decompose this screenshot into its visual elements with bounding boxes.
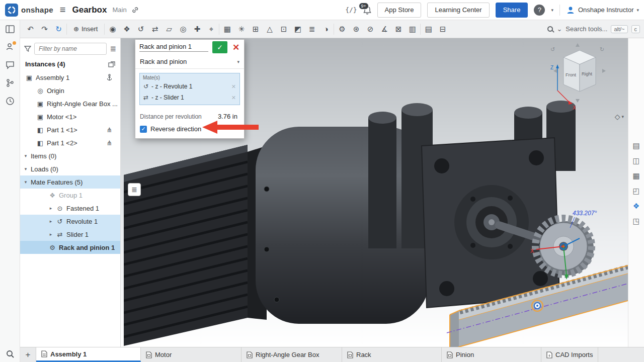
learning-center-button[interactable]: Learning Center (427, 3, 489, 18)
replicate-tool-icon[interactable]: ⊞ (249, 23, 262, 36)
undo-icon[interactable]: ↶ (24, 23, 37, 36)
display-states-tool-icon[interactable]: ◩ (291, 23, 304, 36)
distance-per-revolution-input[interactable]: 3.76 in (216, 112, 239, 121)
reverse-direction-checkbox[interactable]: ✓ (140, 126, 147, 133)
motor-fin-block[interactable] (124, 145, 248, 346)
sheet-metal-tool-icon[interactable]: ▤ (422, 23, 435, 36)
share-link-icon[interactable] (131, 6, 139, 14)
notifications-bell-icon[interactable]: 9+ (363, 6, 371, 15)
screw-relation-tool-icon[interactable]: ⊘ (364, 23, 376, 36)
onshape-logo[interactable]: onshape (5, 4, 53, 17)
gear-relation-tool-icon[interactable]: ⚙ (336, 23, 348, 36)
mate-type-dropdown[interactable]: Rack and pinion ▾ (135, 55, 244, 69)
history-icon[interactable] (6, 97, 15, 106)
display-mode-button[interactable]: ◇ ▾ (615, 113, 624, 121)
tree-item-group1[interactable]: ❖ Group 1 (20, 189, 120, 202)
chevron-down-icon[interactable]: ▾ (23, 166, 28, 171)
insert-button[interactable]: ⊕ Insert (68, 23, 103, 36)
document-panels-icon[interactable] (6, 25, 15, 33)
linear-pattern-tool-icon[interactable]: ▦ (221, 23, 233, 36)
tab-rack[interactable]: Rack (342, 347, 442, 362)
comments-icon[interactable] (6, 60, 15, 69)
help-caret-icon[interactable]: ▾ (551, 8, 553, 13)
app-store-button[interactable]: App Store (377, 3, 422, 18)
rotate-cw-icon[interactable]: ↻ (600, 46, 604, 52)
group-tool-icon[interactable]: ❖ (120, 23, 133, 36)
chevron-down-icon[interactable]: ▾ (23, 179, 28, 185)
tree-item-slider1[interactable]: ▸ ⇄ Slider 1 (20, 228, 120, 241)
help-button[interactable]: ? (534, 5, 545, 16)
document-title[interactable]: Gearbox (72, 5, 107, 15)
explode-tool-icon[interactable]: △ (263, 23, 276, 36)
tree-item-items[interactable]: ▾ Items (0) (20, 149, 120, 162)
tree-item-part1-2[interactable]: ◧ Part 1 <2> ⋔ (20, 136, 120, 149)
tree-item-origin[interactable]: ◎ Origin (20, 84, 120, 97)
account-menu[interactable]: Onshape Instructor ▾ (566, 6, 639, 15)
mate-item-slider[interactable]: ⇄ - z - Slider 1 ✕ (140, 92, 239, 103)
rotate-ccw-icon[interactable]: ↺ (550, 46, 555, 52)
revolute-tool-icon[interactable]: ↺ (134, 23, 147, 36)
properties-panel-icon[interactable]: ▤ (632, 141, 639, 150)
versions-icon[interactable] (6, 78, 15, 87)
list-view-icon[interactable]: ≣ (110, 44, 116, 53)
snap-tool-icon[interactable]: ⌖ (205, 23, 217, 36)
tree-item-rack-and-pinion1[interactable]: ⚙ Rack and pinion 1 (20, 241, 120, 254)
layout-panel-icon[interactable]: ◰ (632, 187, 639, 196)
viewcube-arrow-up[interactable] (576, 43, 580, 47)
sync-icon[interactable]: ↻ (52, 23, 65, 36)
rack-pinion-relation-tool-icon[interactable]: ⊛ (350, 23, 362, 36)
remove-mate-icon[interactable]: ✕ (231, 95, 236, 101)
add-tab-button[interactable]: + (20, 347, 36, 362)
translate-tool-icon[interactable]: ✚ (191, 23, 203, 36)
tree-item-loads[interactable]: ▾ Loads (0) (20, 162, 120, 175)
export-panel-icon[interactable]: ◳ (632, 217, 639, 226)
search-tools[interactable]: ⌄ Search tools... alt/~ c (547, 25, 640, 33)
filter-by-name-input[interactable] (34, 43, 107, 55)
planar-tool-icon[interactable]: ▱ (163, 23, 175, 36)
viewcube-arrow-left[interactable] (553, 69, 557, 73)
appearance-panel-icon[interactable]: ❖ (633, 202, 639, 211)
tree-item-mate-features[interactable]: ▾ Mate Features (5) (20, 175, 120, 189)
redo-icon[interactable]: ↷ (38, 23, 51, 36)
viewcube-arrow-down[interactable] (576, 99, 580, 103)
follow-mode-icon[interactable] (6, 42, 15, 51)
tree-item-motor[interactable]: ▣ Motor <1> (20, 110, 120, 123)
tree-item-revolute1[interactable]: ▸ ↺ Revolute 1 (20, 215, 120, 228)
dialog-cancel-button[interactable]: ✕ (231, 42, 241, 53)
mates-selection-box[interactable]: Mate(s) ↺ - z - Revolute 1 ✕ ⇄ - z - Sli… (139, 73, 240, 105)
slider-tool-icon[interactable]: ⇄ (148, 23, 161, 36)
configurations-panel-icon[interactable]: ◫ (632, 156, 639, 165)
chevron-right-icon[interactable]: ▸ (48, 219, 53, 224)
named-positions-tool-icon[interactable]: ⊡ (277, 23, 290, 36)
tab-pinion[interactable]: Pinion (442, 347, 541, 362)
interference-tool-icon[interactable]: ⊠ (392, 23, 405, 36)
3d-viewport[interactable]: X 433.207° (121, 38, 628, 347)
share-button[interactable]: Share (496, 3, 528, 18)
dialog-accept-button[interactable]: ✓ (212, 41, 227, 53)
tree-item-right-angle-gear-box[interactable]: ▣ Right-Angle Gear Box ... (20, 97, 120, 110)
view-cube[interactable]: ↺ ↻ Front Right Z (547, 42, 608, 113)
dialog-title-input[interactable]: Rack and pinion 1 (139, 43, 208, 52)
search-zoom-icon[interactable] (6, 349, 15, 358)
circular-pattern-tool-icon[interactable]: ✳ (235, 23, 248, 36)
assembly-features-toggle[interactable]: ≣ (128, 183, 141, 196)
tree-item-assembly[interactable]: ▣ Assembly 1 (20, 71, 120, 84)
measure-tool-icon[interactable]: ∡ (378, 23, 390, 36)
chevron-right-icon[interactable]: ▸ (48, 206, 53, 211)
tab-motor[interactable]: Motor (141, 347, 242, 362)
tree-item-fastened1[interactable]: ▸ ⊙ Fastened 1 (20, 202, 120, 215)
bom-tool-icon[interactable]: ≣ (305, 23, 318, 36)
viewcube-arrow-right[interactable] (602, 69, 606, 73)
frame-tool-icon[interactable]: ▥ (406, 23, 419, 36)
main-menu-icon[interactable]: ≡ (58, 4, 68, 16)
tab-assembly1[interactable]: Assembly 1 (36, 347, 141, 362)
chevron-right-icon[interactable]: ▸ (48, 232, 53, 237)
open-panel-icon[interactable] (108, 61, 115, 67)
appearance-tool-icon[interactable]: ◑ (319, 23, 332, 36)
gearbox-flange[interactable] (422, 138, 559, 308)
remove-mate-icon[interactable]: ✕ (231, 83, 236, 90)
mate-tool-icon[interactable]: ◉ (106, 23, 119, 36)
tab-right-angle-gear-box[interactable]: Right-Angle Gear Box (242, 347, 342, 362)
filter-icon[interactable] (24, 46, 31, 52)
tab-cad-imports[interactable]: CAD Imports (541, 347, 598, 362)
